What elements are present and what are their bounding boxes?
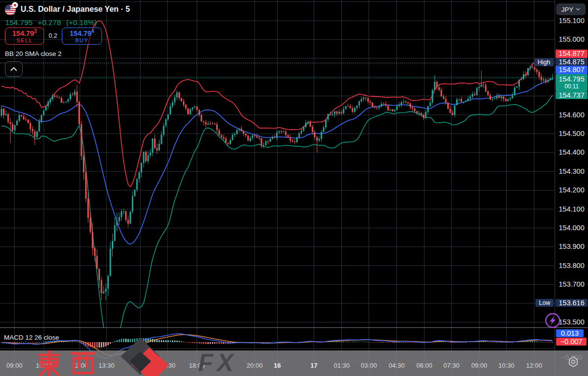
bar-countdown: 00:11 — [556, 83, 588, 90]
price-axis-label: 153.700 — [555, 281, 588, 288]
session-high-badge: 154.875 — [556, 58, 588, 66]
buy-button[interactable]: 154.794 BUY — [62, 27, 102, 45]
time-axis-label: 13:30 — [99, 362, 115, 369]
currency-unit-dropdown[interactable]: JPY — [556, 3, 586, 15]
session-low-badge: 153.616 — [556, 299, 588, 307]
high-marker-chip: High — [534, 58, 554, 66]
price-pane — [1, 21, 553, 352]
time-axis-label: 15:00 — [132, 362, 149, 369]
lightning-button[interactable] — [544, 312, 562, 329]
time-axis-label: 12:00 — [72, 362, 88, 369]
price-axis-label: 154.300 — [555, 168, 588, 175]
time-axis-label: 16 — [274, 362, 281, 369]
time-axis-label: 12:00 — [526, 362, 542, 369]
time-axis-label: 04:30 — [388, 362, 405, 369]
macd-value-badge: 0.013 — [556, 329, 584, 337]
quote-last: 154.795 — [5, 18, 33, 27]
buy-price-sup: 4 — [91, 28, 94, 34]
spread-value: 0.2 — [46, 32, 60, 39]
currency-unit-label: JPY — [562, 6, 574, 13]
candles — [1, 63, 553, 300]
time-axis-label: 07:30 — [443, 362, 460, 369]
collapse-legend-button[interactable] — [5, 61, 23, 77]
gridlines — [0, 0, 555, 376]
time-axis-label: 09:00 — [6, 362, 23, 369]
trading-app: JPY 155.100155.000154.900154.800154.7001… — [0, 0, 588, 376]
time-axis-label: 10:30 — [498, 362, 514, 369]
quote-change-pct: (+0.18%) — [66, 18, 97, 27]
last-price-badge: 154.795 00:11 — [556, 74, 588, 91]
time-axis-label: 16:30 — [159, 362, 176, 369]
bb-upper-badge: 154.877 — [556, 50, 588, 58]
quote-change: +0.278 — [38, 18, 61, 27]
bb-lower-badge: 154.737 — [556, 91, 588, 99]
price-chart-canvas[interactable] — [0, 0, 588, 376]
bb-indicator-label[interactable]: BB 20 SMA close 2 — [5, 50, 62, 57]
price-axis-label: 154.100 — [555, 206, 588, 213]
buy-label: BUY — [75, 38, 88, 44]
price-axis-label: 154.600 — [555, 111, 588, 119]
time-axis-label: 10:30 — [36, 362, 52, 369]
price-axis-label: 155.000 — [555, 36, 588, 43]
price-axis-label: 154.500 — [555, 130, 588, 137]
axis-settings-gear-icon[interactable] — [567, 355, 580, 368]
chevron-down-icon — [576, 8, 580, 11]
time-axis-label: 17 — [310, 362, 317, 369]
price-axis-label: 155.100 — [555, 17, 588, 25]
chevron-up-icon — [10, 67, 17, 71]
time-axis-label: 01:30 — [333, 362, 350, 369]
price-axis-label: 154.400 — [555, 149, 588, 156]
price-axis-label: 154.200 — [555, 187, 588, 194]
japan-flag-icon — [12, 2, 18, 8]
symbol-title[interactable]: U.S. Dollar / Japanese Yen · 5 — [21, 5, 130, 14]
time-axis-label: 06:00 — [416, 362, 433, 369]
sell-button[interactable]: 154.792 SELL — [5, 27, 44, 45]
macd-hist-badge: −0.007 — [556, 338, 587, 346]
macd-indicator-label[interactable]: MACD 12 26 close — [4, 334, 59, 341]
buy-price: 154.79 — [70, 29, 91, 37]
last-price-value: 154.795 — [556, 75, 588, 83]
time-axis-label: 09:00 — [471, 362, 487, 369]
time-axis-label: 18:00 — [189, 362, 205, 369]
sell-label: SELL — [17, 38, 33, 44]
quote-row: 154.795 +0.278 (+0.18%) — [5, 18, 100, 27]
price-axis-label: 154.000 — [555, 224, 588, 232]
time-axis-label: 20:00 — [247, 362, 263, 369]
sell-price: 154.79 — [12, 29, 34, 37]
time-axis-label: 03:00 — [361, 362, 377, 369]
sell-price-sup: 2 — [34, 28, 37, 34]
bb-basis-badge: 154.807 — [556, 66, 588, 74]
price-axis-label: 153.900 — [555, 243, 588, 250]
time-axis-overlay[interactable]: 09:0010:3012:0013:3015:0016:3018:0020:00… — [0, 350, 588, 376]
low-marker-chip: Low — [536, 299, 554, 307]
pane-separator[interactable] — [0, 327, 588, 328]
price-axis-label: 153.800 — [555, 262, 588, 269]
